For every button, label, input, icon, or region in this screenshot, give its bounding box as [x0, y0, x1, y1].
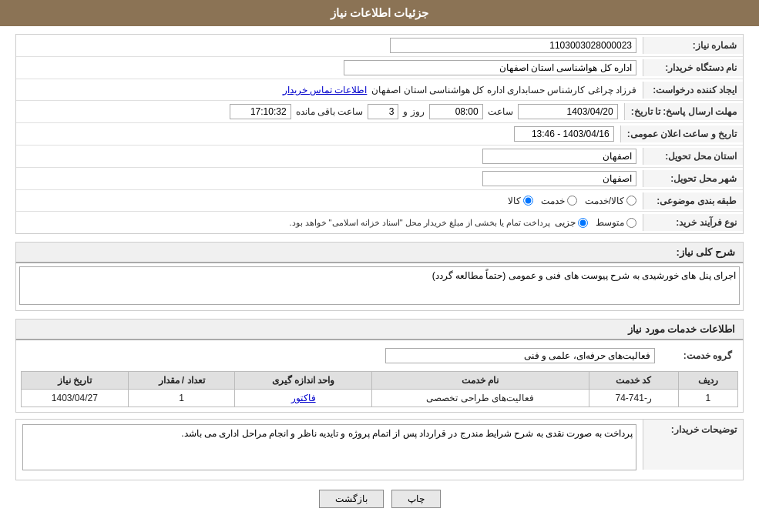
deadline-date-input[interactable] — [518, 104, 618, 119]
creator-value: فرزاد چراغی کارشناس حسابداری اداره کل هو… — [16, 82, 643, 99]
need-description-section: شرح کلی نیاز: — [15, 242, 744, 311]
need-number-input[interactable] — [390, 38, 636, 53]
buyer-notes-container: توضیحات خریدار: — [15, 419, 744, 480]
need-number-value — [16, 35, 643, 56]
category-row: طبقه بندی موضوعی: کالا/خدمت خدمت کالا — [16, 190, 743, 212]
service-group-input[interactable] — [385, 348, 655, 363]
service-group-value — [21, 345, 661, 366]
creator-label: ایجاد کننده درخواست: — [643, 82, 743, 99]
delivery-city-input[interactable] — [482, 171, 636, 186]
service-group-row: گروه خدمت: — [21, 345, 738, 366]
deadline-days-input[interactable] — [368, 104, 398, 119]
radio-kala-khedmat[interactable]: کالا/خدمت — [585, 196, 636, 206]
page-title: جزئیات اطلاعات نیاز — [331, 6, 428, 19]
category-value: کالا/خدمت خدمت کالا — [16, 192, 643, 209]
deadline-remaining-input[interactable] — [230, 104, 291, 119]
delivery-city-row: شهر محل تحویل: — [16, 168, 743, 190]
radio-kala[interactable]: کالا — [508, 196, 533, 206]
deadline-remaining-label: ساعت باقی مانده — [296, 106, 364, 117]
purchase-type-label: نوع فرآیند خرید: — [643, 214, 743, 231]
services-table: ردیف کد خدمت نام خدمت واحد اندازه گیری ت… — [21, 371, 738, 407]
delivery-province-row: استان محل تحویل: — [16, 146, 743, 168]
services-section: اطلاعات خدمات مورد نیاز گروه خدمت: ردیف … — [15, 319, 744, 413]
purchase-type-row: نوع فرآیند خرید: متوسط جزیی پرداخت تمام … — [16, 212, 743, 233]
cell-row: 1 — [678, 390, 737, 407]
cell-unit[interactable]: فاکتور — [235, 390, 372, 407]
col-code: کد خدمت — [589, 372, 678, 390]
announce-input[interactable] — [514, 126, 614, 142]
need-description-title: شرح کلی نیاز: — [15, 242, 744, 263]
print-button[interactable]: چاپ — [391, 490, 441, 508]
category-label: طبقه بندی موضوعی: — [643, 192, 743, 209]
delivery-city-value — [16, 168, 643, 189]
service-group-label: گروه خدمت: — [661, 347, 738, 364]
need-description-textarea[interactable] — [19, 266, 740, 305]
delivery-province-input[interactable] — [482, 149, 636, 164]
creator-row: ایجاد کننده درخواست: فرزاد چراغی کارشناس… — [16, 79, 743, 101]
buyer-notes-textarea[interactable] — [22, 424, 636, 470]
table-header-row: ردیف کد خدمت نام خدمت واحد اندازه گیری ت… — [22, 372, 738, 390]
services-table-body: 1 ر-741-74 فعالیت‌های طراحی تخصصی فاکتور… — [22, 390, 738, 407]
services-content: گروه خدمت: ردیف کد خدمت نام خدمت واحد ان… — [15, 340, 744, 413]
need-number-label: شماره نیاز: — [643, 37, 743, 54]
contact-link[interactable]: اطلاعات تماس خریدار — [283, 85, 368, 95]
info-section: شماره نیاز: نام دستگاه خریدار: ایجاد کنن… — [15, 34, 744, 234]
buttons-row: چاپ بازگشت — [15, 490, 744, 508]
buyer-org-row: نام دستگاه خریدار: — [16, 57, 743, 79]
buyer-org-label: نام دستگاه خریدار: — [643, 59, 743, 76]
delivery-province-value — [16, 146, 643, 167]
col-row: ردیف — [678, 372, 737, 390]
announce-label: تاریخ و ساعت اعلان عمومی: — [620, 125, 743, 142]
deadline-days-label: روز و — [403, 106, 424, 117]
radio-jozii[interactable]: جزیی — [555, 217, 588, 228]
radio-khedmat[interactable]: خدمت — [541, 196, 577, 206]
need-number-row: شماره نیاز: — [16, 35, 743, 57]
need-description-content — [15, 263, 744, 311]
delivery-city-label: شهر محل تحویل: — [643, 170, 743, 187]
purchase-type-note: پرداخت تمام یا بخشی از مبلغ خریدار محل "… — [289, 218, 550, 228]
col-date: تاریخ نیاز — [22, 372, 129, 390]
creator-text: فرزاد چراغی کارشناس حسابداری اداره کل هو… — [371, 85, 636, 95]
back-button[interactable]: بازگشت — [319, 490, 384, 508]
deadline-value: ساعت روز و ساعت باقی مانده — [16, 101, 624, 122]
buyer-org-value — [16, 57, 643, 79]
announce-value — [16, 123, 620, 145]
services-section-title: اطلاعات خدمات مورد نیاز — [15, 319, 744, 340]
col-qty: تعداد / مقدار — [128, 372, 235, 390]
deadline-time-label: ساعت — [488, 106, 513, 117]
deadline-label: مهلت ارسال پاسخ: تا تاریخ: — [624, 103, 743, 120]
deadline-row: مهلت ارسال پاسخ: تا تاریخ: ساعت روز و سا… — [16, 101, 743, 123]
cell-date: 1403/04/27 — [22, 390, 129, 407]
buyer-notes-label: توضیحات خریدار: — [643, 420, 743, 470]
radio-motavasset[interactable]: متوسط — [596, 217, 636, 228]
buyer-notes-text — [16, 420, 643, 480]
col-name: نام خدمت — [371, 372, 589, 390]
deadline-time-input[interactable] — [429, 104, 483, 119]
purchase-type-value: متوسط جزیی پرداخت تمام یا بخشی از مبلغ خ… — [16, 214, 643, 231]
col-unit: واحد اندازه گیری — [235, 372, 372, 390]
page-wrapper: جزئیات اطلاعات نیاز شماره نیاز: نام دستگ… — [0, 0, 759, 532]
page-header: جزئیات اطلاعات نیاز — [0, 0, 759, 26]
buyer-notes-section: توضیحات خریدار: — [15, 419, 744, 480]
cell-qty: 1 — [128, 390, 235, 407]
announce-row: تاریخ و ساعت اعلان عمومی: — [16, 123, 743, 146]
content-area: شماره نیاز: نام دستگاه خریدار: ایجاد کنن… — [0, 26, 759, 520]
cell-code: ر-741-74 — [589, 390, 678, 407]
cell-name: فعالیت‌های طراحی تخصصی — [371, 390, 589, 407]
delivery-province-label: استان محل تحویل: — [643, 148, 743, 165]
buyer-org-input[interactable] — [344, 60, 636, 75]
table-row: 1 ر-741-74 فعالیت‌های طراحی تخصصی فاکتور… — [22, 390, 738, 407]
